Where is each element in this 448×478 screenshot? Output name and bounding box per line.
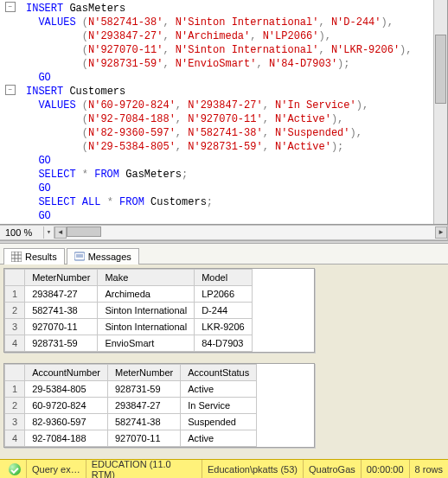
status-user: Education\pkatts (53) <box>208 464 298 475</box>
token-op: ( <box>82 113 88 125</box>
column-header[interactable]: AccountStatus <box>181 364 257 380</box>
scroll-left-icon[interactable]: ◄ <box>54 226 67 239</box>
token-str: N'928731-59' <box>88 58 163 70</box>
result-grid-1[interactable]: MeterNumberMakeModel1293847-27ArchimedaL… <box>3 268 315 353</box>
cell[interactable]: Archimeda <box>98 285 195 302</box>
code-line[interactable]: (N'82-9360-597', N'582741-38', N'Suspend… <box>0 126 447 140</box>
token-ident <box>26 30 82 42</box>
table-row[interactable]: 4928731-59EnvioSmart84-D7903 <box>5 335 253 351</box>
code-line[interactable]: GO <box>0 71 447 85</box>
tab-messages[interactable]: Messages <box>67 248 139 264</box>
token-op: , <box>176 113 188 125</box>
code-line[interactable]: (N'92-7084-188', N'927070-11', N'Active'… <box>0 112 447 126</box>
cell[interactable]: 92-7084-188 <box>25 430 108 446</box>
column-header[interactable]: Model <box>195 269 253 285</box>
code-line[interactable]: (N'293847-27', N'Archimeda', N'LP2066'), <box>0 29 447 43</box>
token-op: , <box>256 58 268 70</box>
code-line[interactable]: VALUES (N'60-9720-824', N'293847-27', N'… <box>0 99 447 112</box>
cell[interactable]: LP2066 <box>195 285 253 302</box>
code-line[interactable]: (N'29-5384-805', N'928731-59', N'Active'… <box>0 140 447 154</box>
code-line[interactable]: GO <box>0 209 447 223</box>
cell[interactable]: D-244 <box>195 302 253 318</box>
table-row[interactable]: 492-7084-188927070-11Active <box>5 430 257 446</box>
cell[interactable]: 928731-59 <box>25 335 98 351</box>
column-header[interactable]: Make <box>98 269 195 285</box>
cell[interactable]: 84-D7903 <box>195 335 253 351</box>
zoom-level[interactable]: 100 % <box>0 227 43 238</box>
cell[interactable]: 928731-59 <box>108 380 181 397</box>
cell[interactable]: 927070-11 <box>25 318 98 335</box>
row-header[interactable]: 1 <box>5 380 25 397</box>
zoom-dropdown-icon[interactable]: ▾ <box>43 226 54 239</box>
cell[interactable]: LKR-9206 <box>195 318 253 335</box>
token-op: ( <box>82 58 88 70</box>
cell[interactable]: Active <box>181 430 257 446</box>
row-header[interactable]: 4 <box>5 430 25 446</box>
cell[interactable]: 582741-38 <box>25 302 98 318</box>
token-op: ( <box>82 141 88 153</box>
cell[interactable]: 60-9720-824 <box>25 397 108 413</box>
token-op: , <box>263 141 275 153</box>
editor-horizontal-scrollbar[interactable]: ◄ ► <box>54 226 447 239</box>
code-line[interactable]: GO <box>0 154 447 168</box>
scroll-right-icon[interactable]: ► <box>435 226 447 239</box>
code-line[interactable]: SELECT ALL * FROM Customers; <box>0 195 447 209</box>
cell[interactable]: Active <box>181 380 257 397</box>
table-row[interactable]: 3927070-11Sinton InternationalLKR-9206 <box>5 318 253 335</box>
token-op: ( <box>82 44 88 56</box>
table-row[interactable]: 2582741-38Sinton InternationalD-244 <box>5 302 253 318</box>
svg-rect-0 <box>11 252 22 262</box>
cell[interactable]: EnvioSmart <box>98 335 195 351</box>
token-op: ( <box>82 30 88 42</box>
scrollbar-thumb[interactable] <box>435 35 446 104</box>
column-header[interactable]: MeterNumber <box>25 269 98 285</box>
row-header[interactable]: 3 <box>5 413 25 430</box>
code-line[interactable]: −INSERT Customers <box>0 85 447 99</box>
table-row[interactable]: 1293847-27ArchimedaLP2066 <box>5 285 253 302</box>
tab-results[interactable]: Results <box>3 248 65 264</box>
table-row[interactable]: 129-5384-805928731-59Active <box>5 380 257 397</box>
collapse-toggle-icon[interactable]: − <box>5 2 16 12</box>
cell[interactable]: 293847-27 <box>108 397 181 413</box>
row-header[interactable]: 1 <box>5 285 25 302</box>
cell[interactable]: In Service <box>181 397 257 413</box>
row-header[interactable]: 2 <box>5 302 25 318</box>
sql-editor[interactable]: −INSERT GasMeters VALUES (N'582741-38', … <box>0 0 448 225</box>
cell[interactable]: 29-5384-805 <box>25 380 108 397</box>
table-row[interactable]: 260-9720-824293847-27In Service <box>5 397 257 413</box>
code-line[interactable]: GO <box>0 182 447 195</box>
code-line[interactable]: (N'927070-11', N'Sinton International', … <box>0 43 447 57</box>
token-str: N'927070-11' <box>188 113 262 125</box>
token-op: , <box>318 16 330 29</box>
code-line[interactable]: −INSERT GasMeters <box>0 2 447 16</box>
token-str: N'Active' <box>275 113 331 125</box>
cell[interactable]: Suspended <box>181 413 257 430</box>
collapse-toggle-icon[interactable]: − <box>5 85 16 95</box>
token-str: N'Archimeda' <box>176 30 250 42</box>
row-header[interactable]: 3 <box>5 318 25 335</box>
column-header[interactable]: AccountNumber <box>25 364 108 380</box>
table-row[interactable]: 382-9360-597582741-38Suspended <box>5 413 257 430</box>
cell[interactable]: 82-9360-597 <box>25 413 108 430</box>
cell[interactable]: 293847-27 <box>25 285 98 302</box>
token-str: N'927070-11' <box>88 44 163 56</box>
cell[interactable]: 582741-38 <box>108 413 181 430</box>
code-line[interactable]: SELECT * FROM GasMeters; <box>0 168 447 182</box>
token-str: N'293847-27' <box>188 99 262 112</box>
code-line[interactable]: VALUES (N'582741-38', N'Sinton Internati… <box>0 16 447 29</box>
cell[interactable]: Sinton International <box>98 302 195 318</box>
row-header[interactable]: 2 <box>5 397 25 413</box>
scrollbar-thumb[interactable] <box>67 226 101 237</box>
column-header[interactable]: MeterNumber <box>108 364 181 380</box>
success-icon <box>9 463 21 475</box>
token-op: , <box>163 30 175 42</box>
token-ident: GasMeters <box>63 3 125 15</box>
editor-vertical-scrollbar[interactable] <box>433 0 447 224</box>
token-op: ), <box>400 44 412 56</box>
token-kw: GO <box>26 155 51 167</box>
result-grid-2[interactable]: AccountNumberMeterNumberAccountStatus129… <box>3 363 315 448</box>
code-line[interactable]: (N'928731-59', N'EnvioSmart', N'84-D7903… <box>0 57 447 71</box>
row-header[interactable]: 4 <box>5 335 25 351</box>
cell[interactable]: Sinton International <box>98 318 195 335</box>
cell[interactable]: 927070-11 <box>108 430 181 446</box>
